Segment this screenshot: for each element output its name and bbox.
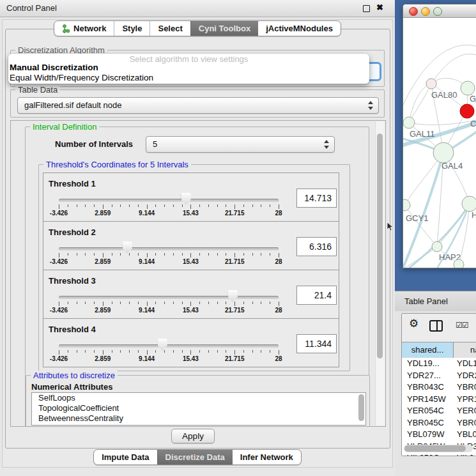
slider-tick (59, 350, 59, 355)
select-columns-icon[interactable]: ☑☑ (456, 321, 468, 330)
network-node[interactable] (403, 199, 410, 211)
slider-tick (77, 302, 77, 304)
mouse-cursor (387, 222, 394, 232)
tab-network[interactable]: Network (54, 21, 114, 36)
network-node[interactable] (461, 81, 475, 95)
tab-infer-network[interactable]: Infer Network (233, 450, 301, 464)
gear-icon[interactable]: ⚙ (409, 317, 418, 330)
float-window-icon[interactable] (363, 5, 370, 12)
list-scrollbar-thumb[interactable] (358, 394, 364, 421)
cell-name: YPR1 (457, 394, 476, 406)
slider-tick (190, 204, 191, 209)
slider-handle[interactable] (158, 339, 167, 351)
slider-tick (190, 302, 191, 306)
slider-track[interactable] (59, 344, 279, 348)
table-row[interactable]: YBR045CYBR0 (402, 417, 476, 429)
table-hscrollbar-thumb[interactable] (404, 445, 466, 452)
table-data-combo[interactable]: galFiltered.sif default node (17, 97, 379, 114)
slider-tick (261, 253, 261, 256)
cell-shared-name: YDL19... (407, 358, 440, 370)
slider-tick (112, 253, 112, 256)
table-row[interactable]: YBR043CYBR0 (402, 381, 476, 394)
slider-handle[interactable] (123, 242, 132, 254)
close-traffic-light-icon[interactable] (409, 7, 418, 16)
slider-handle[interactable] (228, 290, 238, 302)
cell-shared-name: YIL052C (407, 452, 440, 456)
popup-item-equal-width[interactable]: Equal Width/Frequency Discretization (10, 73, 153, 82)
minimize-traffic-light-icon[interactable] (421, 7, 430, 16)
number-of-intervals-combo[interactable]: 5 (146, 136, 335, 153)
algorithm-dropdown-popup: Select algorithm to view settings Manual… (8, 54, 369, 84)
network-node[interactable] (462, 196, 476, 211)
network-view-window[interactable]: GAL80GACGAL11GAL4GCY1HHAP2 (403, 4, 476, 268)
slider-tick-label: 28 (275, 258, 282, 265)
tab-select[interactable]: Select (150, 21, 190, 36)
threshold-label: Threshold 3 (49, 276, 96, 286)
split-columns-icon[interactable] (429, 320, 443, 332)
threshold-label: Threshold 1 (49, 179, 96, 188)
cell-name: YER0 (457, 405, 476, 417)
cell-shared-name: YER054C (407, 405, 444, 417)
tab-network-label: Network (73, 21, 106, 36)
tab-style[interactable]: Style (114, 21, 150, 36)
table-row[interactable]: YER054CYER0 (402, 405, 476, 417)
network-node[interactable] (426, 79, 436, 89)
slider-tick (217, 302, 218, 304)
slider-track[interactable] (59, 247, 279, 250)
threshold-value-field[interactable]: 14.713 (296, 188, 337, 208)
slider-tick (226, 204, 226, 207)
table-row[interactable]: YIL052CYIL0 (402, 452, 476, 456)
table-row[interactable]: YDR27...YDR2 (402, 370, 476, 382)
tab-cyni-toolbox[interactable]: Cyni Toolbox (190, 21, 258, 36)
scrollpane-scrollbar-track[interactable] (375, 121, 385, 426)
table-row[interactable]: YBL079WYBL0 (402, 429, 476, 441)
close-icon[interactable]: ✖ (376, 3, 383, 12)
tab-discretize-data[interactable]: Discretize Data (157, 450, 233, 464)
threshold-row-2: Threshold 2-3.4262.8599.14415.4321.71528… (43, 222, 339, 270)
network-node-label: GA (470, 94, 476, 104)
slider-tick (77, 204, 77, 207)
scrollpane-scrollbar-thumb[interactable] (377, 134, 383, 358)
slider-tick-label: 15.43 (183, 258, 199, 265)
slider-tick-label: 21.715 (225, 355, 245, 362)
network-node[interactable] (460, 104, 474, 118)
slider-tick-label: 9.144 (139, 355, 155, 362)
slider-tick (234, 253, 235, 257)
attribute-list-item[interactable]: SelfLoops (32, 393, 365, 403)
slider-tick (199, 204, 200, 207)
table-row[interactable]: YDL19...YDL1 (402, 358, 476, 370)
number-of-intervals-label: Number of Intervals (55, 139, 133, 149)
network-node[interactable] (454, 259, 464, 268)
slider-track[interactable] (59, 199, 279, 202)
apply-button[interactable]: Apply (171, 429, 215, 443)
zoom-traffic-light-icon[interactable] (433, 7, 442, 16)
slider-tick (129, 253, 130, 256)
slider-tick-label: 2.859 (95, 210, 111, 217)
network-window-titlebar[interactable] (403, 4, 476, 18)
slider-tick (138, 204, 139, 207)
group-title-attributes: Attributes to discretize (31, 371, 118, 380)
tab-impute-data[interactable]: Impute Data (94, 450, 157, 464)
column-header-name[interactable]: na (454, 342, 476, 358)
table-row[interactable]: YPR145WYPR1 (402, 394, 476, 406)
slider-tick (129, 302, 130, 304)
slider-tick (59, 302, 59, 306)
slider-tick (155, 253, 156, 256)
network-node[interactable] (432, 242, 442, 252)
network-node[interactable] (403, 117, 415, 128)
attribute-list-item[interactable]: BetweennessCentrality (32, 413, 365, 424)
threshold-label: Threshold 4 (49, 325, 96, 334)
threshold-value-field[interactable]: 11.344 (296, 334, 337, 353)
popup-item-manual-discretization[interactable]: Manual Discretization (10, 63, 98, 72)
table-rows: YDL19...YDL1YDR27...YDR2YBR043CYBR0YPR14… (402, 358, 476, 456)
network-node[interactable] (433, 142, 454, 163)
slider-track[interactable] (59, 296, 279, 299)
column-header-shared-name[interactable]: shared... (402, 342, 454, 358)
table-hscrollbar-track[interactable] (404, 445, 473, 452)
threshold-value-field[interactable]: 6.316 (296, 237, 337, 256)
slider-handle[interactable] (181, 193, 191, 205)
threshold-value-field[interactable]: 21.4 (296, 286, 337, 305)
attribute-list-item[interactable]: TopologicalCoefficient (32, 403, 365, 413)
network-canvas[interactable]: GAL80GACGAL11GAL4GCY1HHAP2 (403, 18, 476, 268)
tab-jactivemnodules[interactable]: jActiveMNodules (258, 21, 341, 36)
